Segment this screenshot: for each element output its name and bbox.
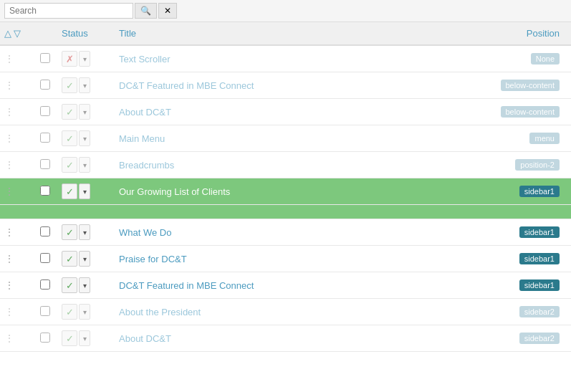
position-cell: position-2 — [485, 152, 571, 178]
search-bar: 🔍 ✕ — [0, 0, 571, 22]
status-dropdown-button[interactable]: ▾ — [79, 51, 90, 67]
status-dropdown-button[interactable]: ▾ — [79, 277, 90, 293]
title-link[interactable]: About the President — [119, 307, 201, 317]
position-cell: sidebar2 — [485, 325, 571, 352]
clear-button[interactable]: ✕ — [158, 3, 177, 19]
table-row: ⋮✗▾Text ScrollerNone — [0, 45, 571, 72]
status-check-button[interactable]: ✓ — [62, 330, 77, 346]
search-button[interactable]: 🔍 — [135, 3, 157, 19]
drag-handle-icon[interactable]: ⋮ — [4, 279, 17, 291]
checkbox-cell — [36, 152, 57, 178]
header-check — [36, 22, 57, 45]
title-link[interactable]: Text Scroller — [119, 54, 171, 64]
table-row: ⋮✓▾Praise for DC&Tsidebar1 — [0, 246, 571, 272]
checkbox-cell — [36, 325, 57, 352]
status-check-button[interactable]: ✓ — [62, 304, 77, 320]
title-link[interactable]: Breadcrumbs — [119, 160, 174, 171]
status-dropdown-button[interactable]: ▾ — [79, 304, 90, 320]
row-checkbox[interactable] — [40, 133, 50, 143]
status-check-button[interactable]: ✓ — [62, 183, 77, 199]
status-dropdown-button[interactable]: ▾ — [79, 157, 90, 173]
title-link[interactable]: What We Do — [119, 227, 171, 238]
status-check-button[interactable]: ✓ — [62, 157, 77, 173]
row-checkbox[interactable] — [40, 226, 50, 236]
drag-handle-cell: ⋮ — [0, 272, 36, 299]
title-cell: About the President — [115, 299, 485, 325]
status-x-button[interactable]: ✗ — [62, 51, 77, 67]
title-cell: Text Scroller — [115, 45, 485, 72]
title-link[interactable]: DC&T Featured in MBE Connect — [119, 280, 254, 291]
status-check-button[interactable]: ✓ — [62, 77, 77, 93]
drag-handle-icon[interactable]: ⋮ — [4, 333, 17, 344]
checkbox-cell — [36, 219, 57, 246]
status-check-button[interactable]: ✓ — [62, 277, 77, 293]
row-checkbox[interactable] — [40, 159, 50, 169]
search-input[interactable] — [4, 3, 133, 19]
status-dropdown-button[interactable]: ▾ — [79, 77, 90, 93]
status-check-button[interactable]: ✓ — [62, 251, 77, 267]
title-cell: Praise for DC&T — [115, 246, 485, 272]
drag-handle-icon[interactable]: ⋮ — [4, 133, 17, 144]
position-badge: sidebar1 — [519, 279, 560, 291]
status-cell: ✓▾ — [57, 325, 115, 352]
drag-handle-icon[interactable]: ⋮ — [4, 53, 17, 64]
status-dropdown-button[interactable]: ▾ — [79, 130, 90, 146]
highlighted-spacer-row — [0, 205, 571, 219]
table-row: ⋮✓▾What We Dosidebar1 — [0, 219, 571, 246]
status-dropdown-button[interactable]: ▾ — [79, 224, 90, 240]
table-row: ⋮✓▾Breadcrumbsposition-2 — [0, 152, 571, 178]
status-dropdown-button[interactable]: ▾ — [79, 251, 90, 267]
status-cell: ✓▾ — [57, 246, 115, 272]
drag-handle-icon[interactable]: ⋮ — [4, 80, 17, 91]
status-check-button[interactable]: ✓ — [62, 224, 77, 240]
drag-handle-icon[interactable]: ⋮ — [4, 106, 17, 118]
drag-handle-cell: ⋮ — [0, 246, 36, 272]
drag-handle-cell: ⋮ — [0, 45, 36, 72]
table-row: ⋮✓▾About DC&Tbelow-content — [0, 99, 571, 125]
drag-handle-cell: ⋮ — [0, 178, 36, 205]
row-checkbox[interactable] — [40, 306, 50, 316]
table-header-row: △ ▽ Status Title Position — [0, 22, 571, 45]
status-dropdown-button[interactable]: ▾ — [79, 330, 90, 346]
position-cell: sidebar1 — [485, 219, 571, 246]
row-checkbox[interactable] — [40, 333, 50, 343]
drag-handle-icon[interactable]: ⋮ — [4, 226, 17, 238]
status-check-button[interactable]: ✓ — [62, 104, 77, 120]
title-link[interactable]: Praise for DC&T — [119, 254, 187, 264]
status-dropdown-button[interactable]: ▾ — [79, 104, 90, 120]
checkbox-cell — [36, 99, 57, 125]
position-badge: below-content — [501, 80, 560, 91]
status-dropdown-button[interactable]: ▾ — [79, 183, 90, 199]
row-checkbox[interactable] — [40, 186, 50, 196]
sort-down-icon: ▽ — [14, 28, 21, 39]
title-link[interactable]: About DC&T — [119, 107, 171, 118]
status-check-button[interactable]: ✓ — [62, 130, 77, 146]
title-link[interactable]: Main Menu — [119, 133, 165, 144]
drag-handle-icon[interactable]: ⋮ — [4, 306, 17, 317]
row-checkbox[interactable] — [40, 253, 50, 263]
row-checkbox[interactable] — [40, 80, 50, 90]
drag-handle-icon[interactable]: ⋮ — [4, 253, 17, 264]
checkbox-cell — [36, 246, 57, 272]
title-link[interactable]: DC&T Featured in MBE Connect — [119, 80, 254, 91]
table-row: ⋮✓▾DC&T Featured in MBE Connectsidebar1 — [0, 272, 571, 299]
checkbox-cell — [36, 178, 57, 205]
title-cell: Our Growing List of Clients — [115, 178, 485, 205]
table-body: ⋮✗▾Text ScrollerNone⋮✓▾DC&T Featured in … — [0, 45, 571, 352]
row-checkbox[interactable] — [40, 53, 50, 63]
row-checkbox[interactable] — [40, 279, 50, 290]
drag-handle-icon[interactable]: ⋮ — [4, 186, 17, 197]
position-badge: menu — [529, 133, 560, 144]
title-cell: Main Menu — [115, 125, 485, 152]
title-link[interactable]: Our Growing List of Clients — [119, 186, 230, 197]
drag-handle-cell: ⋮ — [0, 152, 36, 178]
row-checkbox[interactable] — [40, 106, 50, 116]
status-cell: ✓▾ — [57, 272, 115, 299]
drag-handle-icon[interactable]: ⋮ — [4, 159, 17, 171]
position-badge: sidebar2 — [519, 306, 560, 317]
status-cell: ✓▾ — [57, 152, 115, 178]
position-cell: sidebar2 — [485, 299, 571, 325]
title-link[interactable]: About DC&T — [119, 333, 171, 344]
header-order[interactable]: △ ▽ — [0, 22, 36, 45]
table-row: ⋮✓▾DC&T Featured in MBE Connectbelow-con… — [0, 72, 571, 99]
